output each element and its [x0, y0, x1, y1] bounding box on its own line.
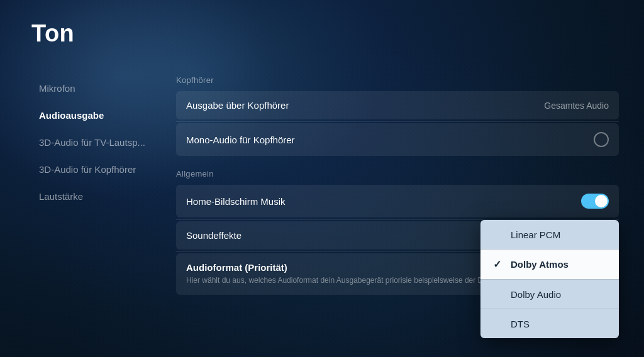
dts-label: DTS: [511, 319, 530, 329]
home-musik-toggle[interactable]: [581, 194, 609, 209]
dolby-audio-label: Dolby Audio: [511, 289, 561, 300]
home-musik-label: Home-Bildschirm Musik: [186, 196, 286, 207]
dolby-atmos-check: ✓: [493, 258, 504, 270]
sidebar-item-mikrofon[interactable]: Mikrofon: [31, 75, 170, 101]
sidebar-item-lautstaerke[interactable]: Lautstärke: [31, 184, 170, 209]
audio-format-dropdown: Linear PCM ✓ Dolby Atmos Dolby Audio DTS: [480, 220, 619, 338]
mono-audio-row[interactable]: Mono-Audio für Kopfhörer: [176, 123, 619, 156]
linear-pcm-label: Linear PCM: [511, 229, 560, 240]
dolby-atmos-label: Dolby Atmos: [511, 259, 569, 270]
audioformat-desc: Hier wählt du aus, welches Audioformat d…: [186, 275, 501, 286]
dolby-audio-check: [493, 288, 504, 300]
section-label-allgemein: Allgemein: [176, 169, 619, 178]
divider-1: [176, 121, 619, 122]
linear-pcm-check: [493, 229, 504, 240]
dropdown-item-dolby-atmos[interactable]: ✓ Dolby Atmos: [480, 250, 619, 279]
dropdown-item-dts[interactable]: DTS: [480, 309, 619, 338]
home-musik-row[interactable]: Home-Bildschirm Musik: [176, 185, 619, 217]
sidebar-item-audioausgabe[interactable]: Audioausgabe: [31, 102, 170, 128]
dropdown-item-linear-pcm[interactable]: Linear PCM: [480, 220, 619, 249]
sidebar: Mikrofon Audioausgabe 3D-Audio für TV-La…: [31, 75, 170, 338]
mono-audio-toggle[interactable]: [594, 132, 609, 147]
section-label-kopfhoerer: Kopfhörer: [176, 75, 619, 85]
page-title: Ton: [31, 20, 74, 47]
dropdown-item-dolby-audio[interactable]: Dolby Audio: [480, 280, 619, 309]
mono-audio-label: Mono-Audio für Kopfhörer: [186, 135, 295, 145]
ausgabe-kopfhoerer-label: Ausgabe über Kopfhörer: [186, 100, 289, 111]
ausgabe-kopfhoerer-value: Gesamtes Audio: [544, 101, 609, 111]
dts-check: [493, 318, 504, 329]
gap-1: [176, 158, 619, 169]
sidebar-item-3d-audio-kopfhoerer[interactable]: 3D-Audio für Kopfhörer: [31, 157, 170, 182]
soundeffekte-label: Soundeffekte: [186, 230, 242, 241]
sidebar-item-3d-audio-tv[interactable]: 3D-Audio für TV-Lautsp...: [31, 129, 170, 155]
ausgabe-kopfhoerer-row[interactable]: Ausgabe über Kopfhörer Gesamtes Audio: [176, 91, 619, 119]
